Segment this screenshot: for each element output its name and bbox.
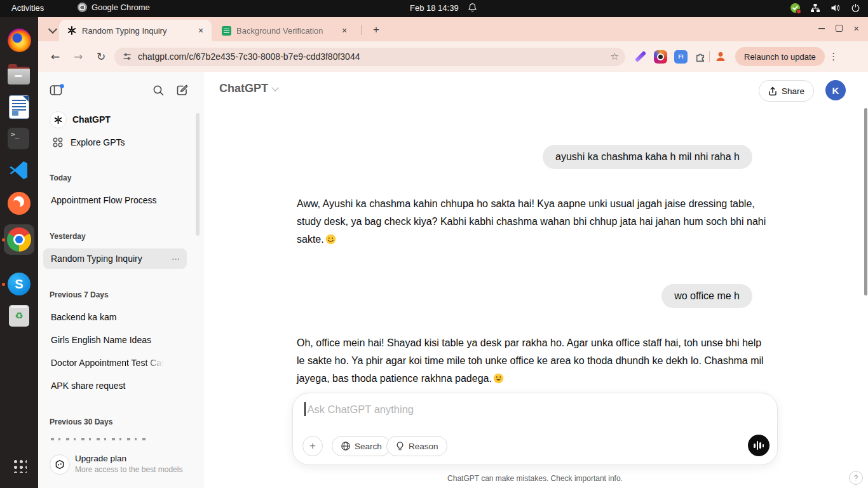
postman-dock-icon[interactable] [8,192,31,215]
model-switcher[interactable]: ChatGPT [219,82,278,95]
page-title: ChatGPT [219,82,268,95]
history-item[interactable]: Girls English Name Ideas [43,330,193,350]
search-toggle-button[interactable]: Search [332,436,391,456]
sidebar-toggle-button[interactable] [48,82,65,98]
window-minimize-button[interactable] [818,28,825,29]
os-top-bar: Activities Google Chrome Feb 18 14:39 [0,0,868,17]
reason-toggle-button[interactable]: Reason [386,436,447,456]
panel-toggle-icon [50,84,64,97]
address-bar[interactable]: chatgpt.com/c/67b2e435-7c30-8008-b7e9-cd… [114,48,625,66]
history-item[interactable]: Appointment Flow Process [43,190,193,210]
focused-app-name: Google Chrome [92,3,150,12]
sidebar-scrollbar[interactable] [196,113,200,236]
sidebar: ChatGPT Explore GPTs Today Appointment F… [38,72,203,488]
files-dock-icon[interactable] [8,67,30,85]
camera-extension-icon[interactable] [654,50,667,64]
browser-menu-button[interactable]: ⋮ [826,49,841,64]
browser-window: Random Typing Inquiry × Background Verif… [38,17,868,488]
section-previous-30-days: Previous 30 Days [50,417,112,426]
disclaimer-text: ChatGPT can make mistakes. Check importa… [292,474,778,483]
browser-toolbar: ← → ↻ chatgpt.com/c/67b2e435-7c30-8008-b… [38,41,868,72]
help-button[interactable]: ? [849,471,863,485]
clipped-history-item[interactable] [51,438,146,440]
libreoffice-writer-dock-icon[interactable] [10,96,29,118]
grin-emoji [493,373,504,384]
chrome-running-indicator [2,238,5,241]
chevron-down-icon [271,84,278,91]
fi-extension-icon[interactable]: FI [674,50,688,64]
input-placeholder: Ask ChatGPT anything [308,403,414,416]
clock[interactable]: Feb 18 14:39 [410,3,459,13]
site-settings-icon[interactable] [122,51,132,62]
window-maximize-button[interactable] [836,25,843,32]
share-icon [768,86,777,96]
user-message: ayushi ka chashma kaha h mil nhi raha h [543,145,752,169]
show-applications-button[interactable] [12,458,27,473]
history-item[interactable]: Doctor Appointment Test Cas [43,353,193,373]
history-item[interactable]: APK share request [43,376,193,396]
search-chats-button[interactable] [150,82,166,98]
terminal-dock-icon[interactable]: >_ [8,128,29,149]
search-label: Search [355,442,382,451]
upgrade-plan-button[interactable]: Upgrade plan More access to the best mod… [38,446,203,488]
notification-bell-icon[interactable] [468,3,477,13]
page-scrollbar[interactable] [864,108,867,295]
assistant-message: Aww, Ayushi ka chashma kahin chhupa ho s… [297,195,768,248]
sidebar-item-label: ChatGPT [72,114,111,125]
sidebar-item-explore-gpts[interactable]: Explore GPTs [43,133,189,152]
new-tab-button[interactable]: + [369,22,384,37]
tab-close-button[interactable]: × [195,25,207,36]
vscode-dock-icon[interactable] [8,160,29,180]
history-item-options-button[interactable]: ⋯ [172,254,180,264]
section-today: Today [50,173,71,182]
attach-button[interactable]: + [302,436,323,456]
relaunch-to-update-button[interactable]: Relaunch to update [735,47,825,66]
new-chat-button[interactable] [174,82,191,98]
tab-close-button[interactable]: × [339,25,350,36]
pen-extension-icon[interactable] [635,51,646,62]
section-previous-7-days: Previous 7 Days [50,290,109,299]
reason-label: Reason [409,442,438,451]
status-check-tray-icon[interactable] [790,3,800,13]
tab-background-verification[interactable]: Background Verification × [214,20,355,41]
reload-button[interactable]: ↻ [93,48,109,65]
skype-dock-icon[interactable]: S [8,273,31,295]
account-avatar[interactable]: K [825,80,846,100]
network-tray-icon[interactable] [810,3,820,13]
share-button[interactable]: Share [759,80,814,102]
google-sheets-favicon [222,26,231,36]
upgrade-title: Upgrade plan [75,454,126,463]
chrome-dock-icon[interactable] [7,227,31,252]
history-item-selected[interactable]: Random Typing Inquiry ⋯ [43,248,187,269]
lightbulb-icon [395,441,405,452]
upgrade-subtitle: More access to the best models [75,465,182,474]
trash-dock-icon[interactable]: ♻ [9,305,29,327]
chevron-down-icon [48,24,57,33]
tab-title: Random Typing Inquiry [82,26,195,36]
history-item[interactable]: Backend ka kam [43,307,193,327]
bookmark-star-icon[interactable]: ☆ [611,51,619,62]
focused-app-menu[interactable]: Google Chrome [78,3,150,12]
tab-search-button[interactable] [46,23,60,37]
power-tray-icon[interactable] [851,3,860,13]
status-alert-dot [796,9,801,14]
message-input[interactable]: Ask ChatGPT anything [304,402,414,416]
firefox-dock-icon[interactable] [8,29,31,52]
back-button[interactable]: ← [47,48,64,65]
assistant-message: Oh, office mein hai! Shayad kisi table y… [297,334,768,388]
profile-avatar-button[interactable] [712,48,729,65]
tab-strip: Random Typing Inquiry × Background Verif… [38,17,868,41]
volume-tray-icon[interactable] [831,3,841,13]
toolbar-divider [709,51,710,62]
forward-button[interactable]: → [70,48,86,65]
sidebar-item-chatgpt[interactable]: ChatGPT [43,110,189,129]
window-close-button[interactable]: × [853,24,859,33]
url-text[interactable]: chatgpt.com/c/67b2e435-7c30-8008-b7e9-cd… [138,51,611,62]
voice-mode-button[interactable] [748,435,770,456]
tab-random-typing-inquiry[interactable]: Random Typing Inquiry × [59,20,212,41]
extensions-puzzle-icon[interactable] [695,51,707,63]
tab-title: Background Verification [236,26,339,36]
activities-button[interactable]: Activities [11,3,44,13]
chat-main: ChatGPT Share K ayushi ka chashma kaha h… [203,72,868,488]
dock: >_ S ♻ [0,17,38,488]
